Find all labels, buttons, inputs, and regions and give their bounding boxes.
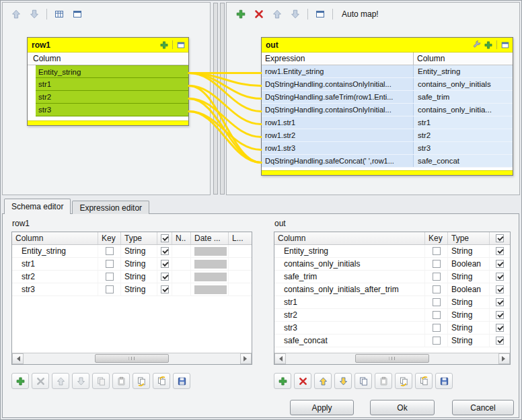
schema-row[interactable]: str2 String bbox=[12, 271, 252, 283]
header-key[interactable]: Key bbox=[425, 232, 448, 244]
nullable-checkbox[interactable] bbox=[496, 324, 504, 332]
splitter-sash[interactable] bbox=[213, 3, 218, 195]
expression-cell[interactable]: DqStringHandling.containsOnlyInitial... bbox=[262, 104, 414, 116]
key-checkbox[interactable] bbox=[106, 260, 114, 268]
expression-cell[interactable]: DqStringHandling.safeTrim(row1.Enti... bbox=[262, 91, 414, 103]
add-row-button[interactable] bbox=[274, 373, 291, 389]
window-view-button[interactable] bbox=[69, 7, 85, 22]
expression-cell[interactable]: row1.str1 bbox=[262, 116, 414, 129]
copy-schema-from-input-button[interactable] bbox=[415, 373, 433, 389]
schema-row[interactable]: safe_concat String bbox=[274, 335, 510, 347]
cancel-button[interactable]: Cancel bbox=[452, 400, 514, 415]
output-row[interactable]: DqStringHandling.containsOnlyInitial... … bbox=[262, 104, 513, 116]
save-button[interactable] bbox=[435, 373, 453, 389]
schema-row[interactable]: str3 String bbox=[274, 322, 510, 335]
output-table-title-bar[interactable]: out bbox=[262, 38, 513, 53]
copy-schema-to-output-button[interactable] bbox=[133, 373, 150, 389]
nullable-all-checkbox[interactable] bbox=[496, 234, 504, 242]
splitter-sash[interactable] bbox=[220, 3, 225, 195]
expression-cell[interactable]: row1.Entity_string bbox=[262, 65, 414, 77]
move-up-button[interactable] bbox=[52, 373, 69, 389]
nullable-checkbox[interactable] bbox=[161, 273, 169, 281]
move-up-button[interactable] bbox=[8, 7, 24, 22]
scrollbar-thumb[interactable] bbox=[355, 354, 429, 363]
nullable-all-checkbox[interactable] bbox=[161, 234, 169, 242]
key-checkbox[interactable] bbox=[433, 273, 441, 281]
add-column-icon[interactable] bbox=[159, 40, 169, 50]
column-cell[interactable]: Entity_string bbox=[414, 65, 513, 77]
input-row[interactable]: str2 bbox=[36, 91, 188, 104]
copy-schema-from-output-button[interactable] bbox=[153, 373, 170, 389]
move-down-button[interactable] bbox=[26, 7, 42, 22]
expression-cell[interactable]: DqStringHandling.safeConcat(' ',row1... bbox=[262, 155, 414, 167]
schema-row[interactable]: str3 String bbox=[12, 283, 252, 296]
paste-button[interactable] bbox=[375, 373, 392, 389]
header-length[interactable]: L... bbox=[229, 232, 252, 244]
key-checkbox[interactable] bbox=[433, 337, 441, 345]
schema-row[interactable]: Entity_string String bbox=[12, 245, 252, 258]
copy-button[interactable] bbox=[92, 373, 110, 389]
header-column[interactable]: Column bbox=[274, 232, 425, 244]
key-checkbox[interactable] bbox=[106, 285, 114, 293]
grid-view-button[interactable] bbox=[51, 7, 67, 22]
input-row[interactable]: str3 bbox=[36, 104, 188, 116]
column-cell[interactable]: safe_concat bbox=[414, 155, 513, 167]
move-down-button[interactable] bbox=[334, 373, 352, 389]
nullable-checkbox[interactable] bbox=[496, 311, 504, 319]
schema-row[interactable]: Entity_string String bbox=[274, 245, 510, 258]
minimize-table-icon[interactable] bbox=[176, 40, 186, 50]
add-output-button[interactable] bbox=[233, 7, 249, 22]
nullable-checkbox[interactable] bbox=[496, 337, 504, 345]
add-row-button[interactable] bbox=[11, 373, 29, 389]
scroll-right-button[interactable] bbox=[240, 353, 252, 364]
output-row[interactable]: DqStringHandling.safeConcat(' ',row1... … bbox=[262, 155, 513, 168]
key-checkbox[interactable] bbox=[106, 273, 114, 281]
delete-output-button[interactable] bbox=[251, 7, 267, 22]
key-checkbox[interactable] bbox=[433, 260, 441, 268]
move-up-button[interactable] bbox=[269, 7, 285, 22]
schema-row[interactable]: str1 String bbox=[274, 296, 510, 309]
column-cell[interactable]: safe_trim bbox=[414, 91, 513, 103]
expression-cell[interactable]: row1.str2 bbox=[262, 129, 414, 141]
ok-button[interactable]: Ok bbox=[370, 400, 435, 415]
schema-row[interactable]: contains_only_initials_after_trim Boolea… bbox=[274, 283, 510, 296]
scroll-left-button[interactable] bbox=[12, 353, 24, 364]
key-checkbox[interactable] bbox=[433, 298, 441, 306]
expression-cell[interactable]: DqStringHandling.containsOnlyInitial... bbox=[262, 78, 414, 90]
nullable-checkbox[interactable] bbox=[161, 285, 169, 293]
header-type[interactable]: Type bbox=[121, 232, 157, 244]
move-up-button[interactable] bbox=[314, 373, 332, 389]
tab-expression-editor[interactable]: Expression editor bbox=[72, 201, 149, 214]
scrollbar-track[interactable] bbox=[24, 353, 240, 364]
expression-cell[interactable]: row1.str3 bbox=[262, 142, 414, 154]
key-checkbox[interactable] bbox=[433, 247, 441, 255]
tab-schema-editor[interactable]: Schema editor bbox=[4, 199, 71, 214]
key-checkbox[interactable] bbox=[106, 247, 114, 255]
nullable-checkbox[interactable] bbox=[496, 273, 504, 281]
apply-button[interactable]: Apply bbox=[290, 400, 354, 415]
delete-row-button[interactable] bbox=[294, 373, 311, 389]
output-row[interactable]: row1.Entity_string Entity_string bbox=[262, 65, 513, 78]
column-cell[interactable]: str1 bbox=[414, 116, 513, 129]
minimize-table-icon[interactable] bbox=[500, 40, 510, 50]
input-table-title-bar[interactable]: row1 bbox=[28, 38, 188, 53]
header-nullable[interactable]: N.. bbox=[172, 232, 191, 244]
settings-wrench-icon[interactable] bbox=[472, 40, 482, 50]
move-down-button[interactable] bbox=[287, 7, 303, 22]
output-row[interactable]: row1.str2 str2 bbox=[262, 129, 513, 142]
nullable-checkbox[interactable] bbox=[161, 260, 169, 268]
add-column-icon[interactable] bbox=[484, 40, 493, 50]
header-column[interactable]: Column bbox=[12, 232, 98, 244]
paste-button[interactable] bbox=[112, 373, 130, 389]
key-checkbox[interactable] bbox=[433, 285, 441, 293]
scroll-right-button[interactable] bbox=[498, 353, 510, 364]
save-button[interactable] bbox=[173, 373, 190, 389]
nullable-checkbox[interactable] bbox=[496, 285, 504, 293]
schema-row[interactable]: str1 String bbox=[12, 258, 252, 271]
schema-row[interactable]: str2 String bbox=[274, 309, 510, 322]
schema-row[interactable]: contains_only_initials Boolean bbox=[274, 258, 510, 271]
nullable-checkbox[interactable] bbox=[496, 247, 504, 255]
delete-row-button[interactable] bbox=[32, 373, 49, 389]
output-row[interactable]: DqStringHandling.containsOnlyInitial... … bbox=[262, 78, 513, 91]
copy-schema-to-input-button[interactable] bbox=[395, 373, 412, 389]
